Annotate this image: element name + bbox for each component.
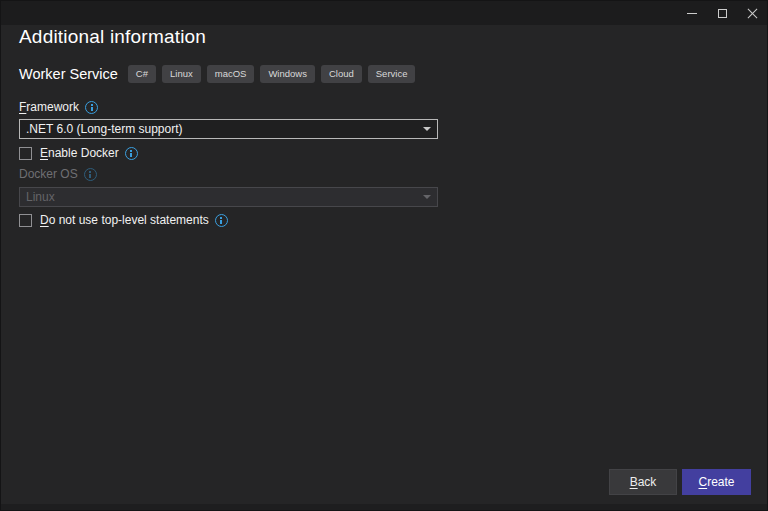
docker-os-label: Docker OS <box>19 167 78 181</box>
titlebar <box>1 1 767 25</box>
info-icon[interactable] <box>215 214 228 227</box>
top-level-statements-checkbox[interactable] <box>19 214 32 227</box>
info-icon[interactable] <box>85 101 98 114</box>
maximize-button[interactable] <box>707 1 737 25</box>
top-level-statements-label: Do not use top-level statements <box>40 213 209 227</box>
template-name: Worker Service <box>19 66 118 82</box>
tag-windows: Windows <box>260 65 315 83</box>
tag-csharp: C# <box>128 65 156 83</box>
chevron-down-icon <box>423 195 431 199</box>
chevron-down-icon <box>423 127 431 131</box>
maximize-icon <box>718 9 727 18</box>
enable-docker-row[interactable]: Enable Docker <box>19 146 138 160</box>
back-button[interactable]: Back <box>609 469 677 495</box>
close-icon <box>747 8 758 19</box>
info-icon[interactable] <box>125 147 138 160</box>
close-button[interactable] <box>737 1 767 25</box>
top-level-statements-row[interactable]: Do not use top-level statements <box>19 213 228 227</box>
docker-os-label-row: Docker OS <box>19 167 97 181</box>
framework-label: Framework <box>19 100 79 114</box>
minimize-icon <box>687 13 697 14</box>
framework-label-row: Framework <box>19 100 98 114</box>
framework-select[interactable]: .NET 6.0 (Long-term support) <box>19 119 438 139</box>
tag-macos: macOS <box>207 65 255 83</box>
docker-os-select: Linux <box>19 187 438 207</box>
template-row: Worker Service C# Linux macOS Windows Cl… <box>19 65 749 83</box>
enable-docker-checkbox[interactable] <box>19 147 32 160</box>
page-title: Additional information <box>19 26 206 48</box>
minimize-button[interactable] <box>677 1 707 25</box>
additional-information-dialog: Additional information Worker Service C#… <box>0 0 768 511</box>
tag-list: C# Linux macOS Windows Cloud Service <box>128 65 416 83</box>
tag-service: Service <box>368 65 416 83</box>
window-bottom-edge <box>1 504 767 510</box>
framework-select-value: .NET 6.0 (Long-term support) <box>26 122 183 136</box>
tag-cloud: Cloud <box>321 65 362 83</box>
info-icon[interactable] <box>84 168 97 181</box>
docker-os-select-value: Linux <box>26 190 55 204</box>
enable-docker-label: Enable Docker <box>40 146 119 160</box>
create-button[interactable]: Create <box>682 469 751 495</box>
tag-linux: Linux <box>162 65 201 83</box>
